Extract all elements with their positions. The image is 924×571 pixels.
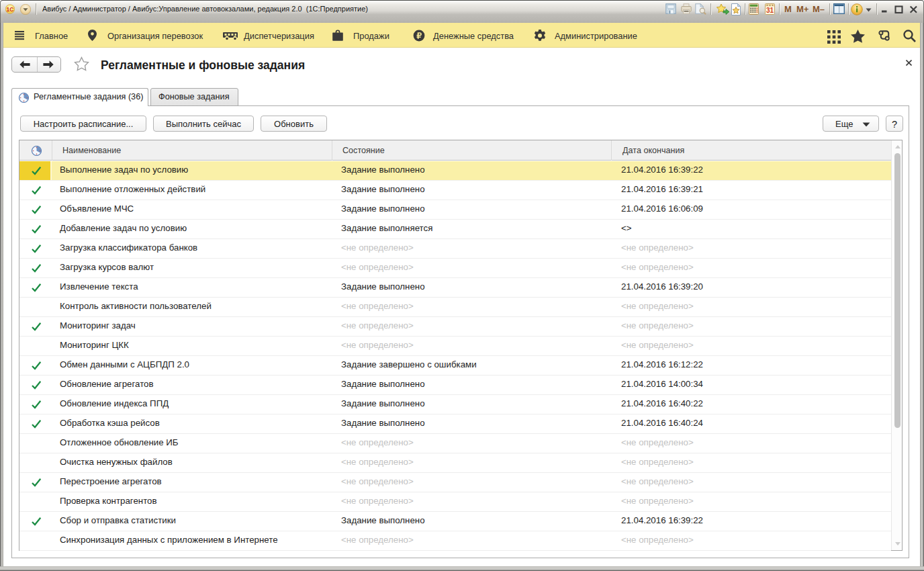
svg-text:31: 31 <box>766 7 774 14</box>
svg-text:1С: 1С <box>7 6 14 13</box>
